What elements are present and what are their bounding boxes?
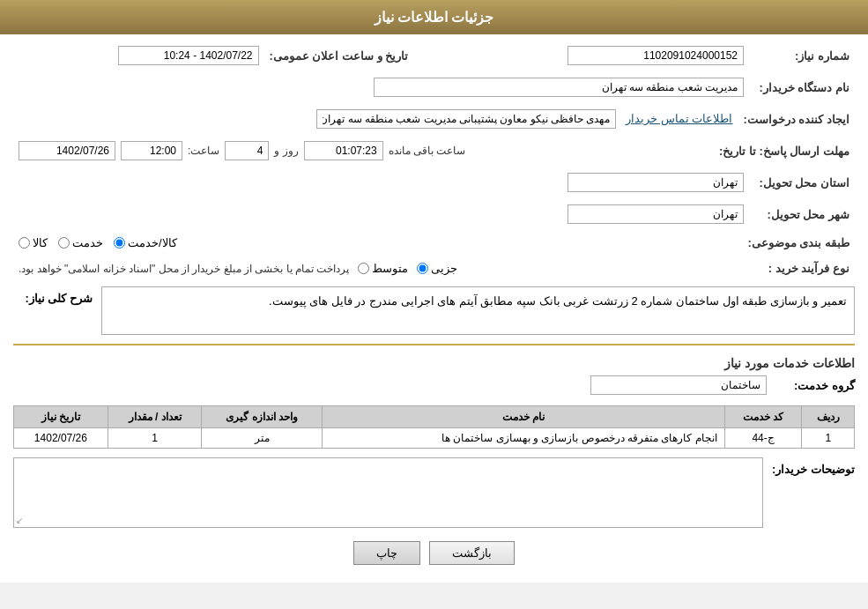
creator-input[interactable] <box>316 109 616 129</box>
category-khadamat-label: خدمت <box>72 236 103 249</box>
purchase-type-label: نوع فرآیند خرید : <box>749 259 855 278</box>
col-row: ردیف <box>802 406 855 428</box>
need-number-input[interactable] <box>568 46 744 65</box>
days-input[interactable] <box>225 141 269 160</box>
deadline-table: مهلت ارسال پاسخ: تا تاریخ: ساعت باقی مان… <box>13 138 855 163</box>
purchase-row: پرداخت تمام یا بخشی از مبلغ خریدار از مح… <box>19 262 744 275</box>
category-kala-khadamat-label: کالا/خدمت <box>128 236 177 249</box>
need-number-cell <box>440 43 749 68</box>
announce-date-input[interactable] <box>118 46 259 65</box>
buyer-org-cell <box>13 75 749 100</box>
purchase-mottasat-radio[interactable] <box>358 263 369 274</box>
category-kala[interactable]: کالا <box>19 236 48 249</box>
buyer-org-input[interactable] <box>374 78 744 97</box>
city-input[interactable] <box>568 204 744 224</box>
category-table: طبقه بندی موضوعی: کالا/خدمت خدمت کالا <box>13 234 855 252</box>
city-table: شهر محل تحویل: <box>13 202 855 227</box>
print-button[interactable]: چاپ <box>353 541 420 565</box>
purchase-mottasat[interactable]: متوسط <box>358 262 408 275</box>
col-unit: واحد اندازه گیری <box>202 406 323 428</box>
purchase-mottasat-label: متوسط <box>372 262 408 275</box>
city-cell <box>13 202 749 227</box>
category-kala-radio[interactable] <box>19 237 30 249</box>
purchase-jozi[interactable]: جزیی <box>417 262 457 275</box>
btn-row: بازگشت چاپ <box>13 541 855 565</box>
col-code: کد خدمت <box>724 406 802 428</box>
general-desc-box: تعمیر و بازسازی طبقه اول ساختمان شماره 2… <box>101 286 855 335</box>
cell-unit: متر <box>202 428 323 449</box>
col-date: تاریخ نیاز <box>14 406 108 428</box>
services-table: ردیف کد خدمت نام خدمت واحد اندازه گیری ت… <box>13 405 855 449</box>
purchase-type-cell: پرداخت تمام یا بخشی از مبلغ خریدار از مح… <box>13 259 749 278</box>
table-row: 1 ج-44 انجام کارهای متفرقه درخصوص بازساز… <box>14 428 855 449</box>
group-service-label: گروه خدمت: <box>775 379 855 392</box>
need-number-label: شماره نیاز: <box>749 43 855 68</box>
cell-row: 1 <box>802 428 855 449</box>
category-cell: کالا/خدمت خدمت کالا <box>13 234 742 252</box>
section-separator <box>13 344 855 345</box>
top-info-table: شماره نیاز: تاریخ و ساعت اعلان عمومی: <box>13 43 855 68</box>
general-desc-section: تعمیر و بازسازی طبقه اول ساختمان شماره 2… <box>13 286 855 335</box>
announce-date-label: تاریخ و ساعت اعلان عمومی: <box>264 43 414 68</box>
remaining-label: ساعت باقی مانده <box>389 145 466 157</box>
col-qty: تعداد / مقدار <box>108 406 202 428</box>
category-khadamat-radio[interactable] <box>58 237 70 249</box>
category-kala-khadamat-radio[interactable] <box>114 237 125 249</box>
creator-cell: اطلاعات تماس خریدار <box>13 107 738 131</box>
back-button[interactable]: بازگشت <box>429 541 515 565</box>
resize-icon: ↙ <box>16 516 23 525</box>
main-content: شماره نیاز: تاریخ و ساعت اعلان عمومی: نا… <box>0 34 868 583</box>
creator-label: ایجاد کننده درخواست: <box>738 107 855 131</box>
general-desc-text: تعمیر و بازسازی طبقه اول ساختمان شماره 2… <box>269 294 847 308</box>
buyer-desc-label: توضیحات خریدار: <box>763 457 855 476</box>
category-kala-label: کالا <box>33 236 48 249</box>
buyer-org-label: نام دستگاه خریدار: <box>749 75 855 100</box>
days-label: روز و <box>274 145 298 157</box>
cell-name: انجام کارهای متفرقه درخصوص بازسازی و بهس… <box>323 428 725 449</box>
services-section: ردیف کد خدمت نام خدمت واحد اندازه گیری ت… <box>13 405 855 449</box>
remaining-input[interactable] <box>304 141 383 160</box>
province-table: استان محل تحویل: <box>13 170 855 195</box>
col-name: نام خدمت <box>323 406 725 428</box>
time-input[interactable] <box>121 141 182 160</box>
category-kala-khadamat[interactable]: کالا/خدمت <box>114 236 177 249</box>
cell-date: 1402/07/26 <box>14 428 108 449</box>
page-title: جزئیات اطلاعات نیاز <box>375 10 494 25</box>
cell-qty: 1 <box>108 428 202 449</box>
province-input[interactable] <box>568 173 744 192</box>
province-label: استان محل تحویل: <box>749 170 855 195</box>
province-cell <box>13 170 749 195</box>
general-desc-label: شرح کلی نیاز: <box>13 286 93 305</box>
announce-date-cell <box>13 43 264 68</box>
purchase-jozi-radio[interactable] <box>417 263 428 274</box>
purchase-jozi-label: جزیی <box>431 262 457 275</box>
cell-code: ج-44 <box>724 428 802 449</box>
creator-link[interactable]: اطلاعات تماس خریدار <box>626 112 732 125</box>
purchase-type-table: نوع فرآیند خرید : پرداخت تمام یا بخشی از… <box>13 259 855 278</box>
buyer-desc-box: ↙ <box>13 457 763 528</box>
group-service-row: گروه خدمت: <box>13 375 855 395</box>
deadline-label: مهلت ارسال پاسخ: تا تاریخ: <box>714 138 855 163</box>
page-header: جزئیات اطلاعات نیاز <box>0 0 868 34</box>
time-label: ساعت: <box>188 145 219 157</box>
category-khadamat[interactable]: خدمت <box>58 236 103 249</box>
category-label: طبقه بندی موضوعی: <box>742 234 855 252</box>
buyer-org-table: نام دستگاه خریدار: <box>13 75 855 100</box>
purchase-note: پرداخت تمام یا بخشی از مبلغ خریدار از مح… <box>19 263 349 275</box>
group-service-input[interactable] <box>590 375 767 395</box>
creator-table: ایجاد کننده درخواست: اطلاعات تماس خریدار <box>13 107 855 131</box>
deadline-cell: ساعت باقی مانده روز و ساعت: <box>13 138 714 163</box>
city-label: شهر محل تحویل: <box>749 202 855 227</box>
page-container: جزئیات اطلاعات نیاز شماره نیاز: تاریخ و … <box>0 0 868 583</box>
date-input[interactable] <box>19 141 115 160</box>
services-info-label: اطلاعات خدمات مورد نیاز <box>13 356 855 370</box>
buyer-desc-section: توضیحات خریدار: ↙ <box>13 457 855 528</box>
category-radio-group: کالا/خدمت خدمت کالا <box>19 236 737 249</box>
